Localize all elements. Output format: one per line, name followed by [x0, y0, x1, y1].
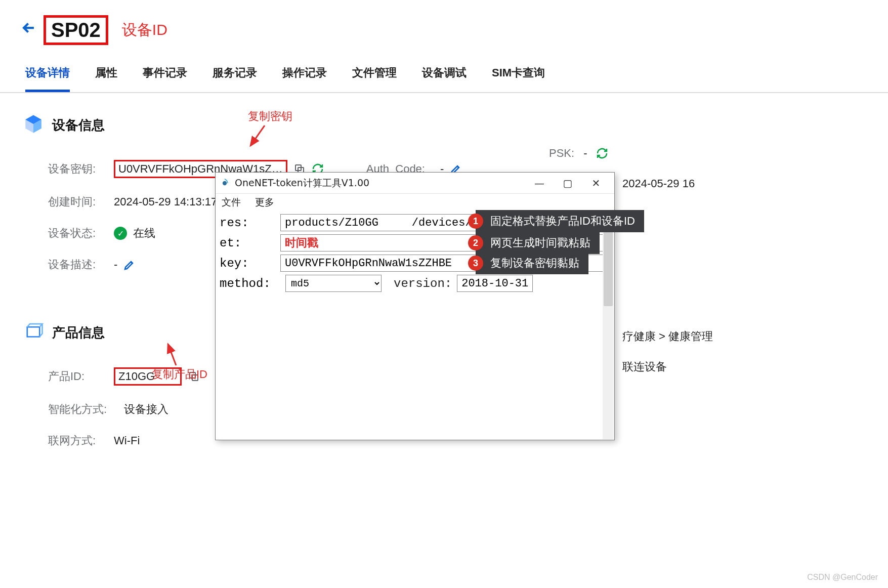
- device-status-value: 在线: [133, 226, 155, 241]
- tab-attributes[interactable]: 属性: [95, 65, 117, 92]
- device-id-label: 设备ID: [122, 20, 167, 40]
- close-button[interactable]: ✕: [582, 177, 610, 189]
- callout-1: 1 固定格式替换产品ID和设备ID: [476, 210, 644, 232]
- smart-mode-label: 智能化方式:: [48, 402, 124, 417]
- key-label: key:: [220, 257, 280, 270]
- res-label: res:: [220, 216, 280, 230]
- cube-icon: [23, 113, 44, 137]
- minimize-button[interactable]: —: [525, 177, 554, 189]
- tool-window-title: OneNET-token计算工具V1.00: [235, 177, 525, 190]
- callout-2: 2 网页生成时间戳粘贴: [476, 232, 600, 254]
- network-mode-label: 联网方式:: [48, 433, 114, 448]
- create-time-value: 2024-05-29 14:13:17: [114, 195, 217, 208]
- tool-scrollbar[interactable]: [603, 215, 614, 439]
- callout-text-1: 固定格式替换产品ID和设备ID: [490, 214, 635, 229]
- tool-menu-bar: 文件 更多: [216, 194, 614, 211]
- psk-value: -: [583, 147, 587, 160]
- method-select[interactable]: md5: [285, 275, 382, 292]
- callout-3: 3 复制设备密钥黏贴: [476, 252, 588, 274]
- smart-mode-value: 设备接入: [124, 402, 168, 417]
- callout-text-3: 复制设备密钥黏贴: [490, 256, 579, 271]
- tab-operation-log[interactable]: 操作记录: [282, 65, 327, 92]
- app-icon: [220, 178, 230, 188]
- product-id-value: Z10GG: [114, 367, 182, 386]
- callout-number-3: 3: [468, 256, 483, 271]
- create-time-label: 创建时间:: [48, 194, 114, 209]
- psk-label: PSK:: [549, 147, 574, 160]
- copy-product-id-icon[interactable]: [188, 370, 200, 383]
- watermark: CSDN @GenCoder: [807, 573, 878, 582]
- device-desc-label: 设备描述:: [48, 257, 114, 272]
- refresh-psk-icon[interactable]: [596, 147, 608, 159]
- device-status-label: 设备状态:: [48, 226, 114, 241]
- tab-device-details[interactable]: 设备详情: [25, 65, 70, 92]
- product-id-label: 产品ID:: [48, 369, 114, 384]
- callout-number-1: 1: [468, 214, 483, 229]
- network-mode-value: Wi-Fi: [114, 434, 140, 447]
- et-label: et:: [220, 236, 280, 250]
- callout-text-2: 网页生成时间戳粘贴: [490, 235, 590, 250]
- menu-more[interactable]: 更多: [255, 196, 274, 207]
- tab-service-log[interactable]: 服务记录: [213, 65, 257, 92]
- edit-desc-icon[interactable]: [123, 259, 136, 271]
- breadcrumb-right: 疗健康 > 健康管理: [622, 329, 713, 344]
- maximize-button[interactable]: ▢: [554, 177, 582, 189]
- right-timestamp: 2024-05-29 16: [622, 177, 695, 190]
- device-key-label: 设备密钥:: [48, 161, 114, 177]
- svg-point-4: [223, 181, 227, 185]
- version-label: version:: [394, 277, 452, 290]
- device-desc-value: -: [114, 258, 117, 271]
- tabs: 设备详情 属性 事件记录 服务记录 操作记录 文件管理 设备调试 SIM卡查询: [0, 50, 888, 93]
- page-title-device-id: SP02: [44, 15, 108, 45]
- tab-sim-query[interactable]: SIM卡查询: [492, 65, 545, 92]
- tab-event-log[interactable]: 事件记录: [143, 65, 187, 92]
- product-info-title: 产品信息: [52, 324, 105, 342]
- back-arrow-icon[interactable]: [20, 19, 37, 41]
- device-info-title: 设备信息: [52, 116, 105, 134]
- tab-device-debug[interactable]: 设备调试: [422, 65, 467, 92]
- method-label: method:: [220, 277, 280, 290]
- device-type-right: 联连设备: [622, 359, 667, 374]
- menu-file[interactable]: 文件: [222, 196, 241, 207]
- callout-number-2: 2: [468, 235, 483, 250]
- cube-outline-icon: [23, 321, 44, 344]
- status-online-icon: ✓: [114, 227, 127, 240]
- tab-file-manager[interactable]: 文件管理: [352, 65, 397, 92]
- version-input[interactable]: [457, 275, 533, 292]
